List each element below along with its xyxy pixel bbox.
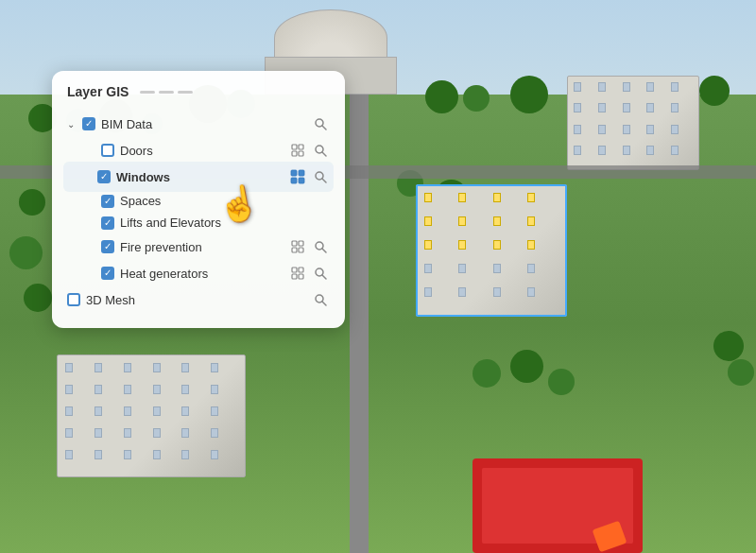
layer-item-doors[interactable]: Doors: [67, 137, 330, 164]
panel-dots: [140, 91, 193, 94]
layer-item-mesh[interactable]: 3D Mesh: [67, 286, 330, 313]
svg-rect-23: [299, 274, 303, 279]
dot-2: [159, 91, 174, 94]
layer-label-fire: Fire prevention: [120, 240, 283, 254]
tree: [699, 76, 730, 106]
tree: [713, 331, 744, 361]
chevron-icon: ⌄: [67, 119, 75, 130]
svg-line-25: [322, 275, 326, 279]
layer-icons-fire: [288, 237, 330, 256]
layer-label-bim-data: BIM Data: [101, 117, 305, 131]
svg-rect-22: [292, 274, 297, 279]
road-vertical: [350, 95, 369, 553]
tree: [425, 80, 458, 113]
layer-label-windows: Windows: [116, 170, 283, 184]
checkbox-windows[interactable]: ✓: [97, 170, 111, 183]
tree: [19, 189, 45, 216]
checkbox-bim-data[interactable]: ✓: [82, 117, 95, 130]
checkbox-doors[interactable]: [101, 144, 114, 157]
building-left: [57, 354, 246, 477]
layer-icons-doors: [288, 141, 330, 160]
search-icon[interactable]: [311, 237, 330, 256]
layer-label-heat: Heat generators: [120, 267, 283, 281]
tree: [510, 76, 548, 113]
tree: [9, 236, 43, 269]
tree: [548, 369, 575, 395]
svg-line-27: [322, 302, 326, 305]
grid-icon[interactable]: [288, 167, 307, 186]
layer-label-spaces: Spaces: [120, 194, 330, 208]
grid-icon[interactable]: [288, 264, 307, 283]
checkbox-mesh[interactable]: [67, 293, 80, 306]
tree: [24, 284, 52, 312]
layer-icons-bim-data: [311, 114, 330, 133]
svg-rect-8: [291, 170, 297, 176]
dot-3: [178, 91, 193, 94]
panel-title: Layer GIS: [67, 84, 129, 99]
svg-rect-16: [292, 248, 297, 252]
grid-icon[interactable]: [288, 141, 307, 160]
svg-line-13: [322, 179, 326, 182]
svg-rect-21: [299, 268, 303, 272]
search-icon[interactable]: [311, 290, 330, 309]
tree: [728, 359, 754, 386]
tree: [472, 359, 501, 388]
search-icon[interactable]: [311, 167, 330, 186]
search-icon[interactable]: [311, 114, 330, 133]
layer-item-lifts[interactable]: ✓ Lifts and Elevators: [67, 212, 330, 233]
search-icon[interactable]: [311, 264, 330, 283]
svg-line-1: [322, 126, 326, 130]
svg-line-7: [322, 152, 326, 156]
checkbox-spaces[interactable]: ✓: [101, 195, 114, 208]
dot-1: [140, 91, 155, 94]
checkbox-lifts[interactable]: ✓: [101, 216, 114, 230]
svg-rect-14: [292, 241, 297, 246]
svg-rect-11: [299, 178, 304, 183]
svg-rect-10: [291, 178, 297, 183]
checkbox-heat[interactable]: ✓: [101, 267, 114, 280]
svg-rect-2: [292, 145, 297, 149]
svg-rect-3: [299, 145, 303, 149]
svg-rect-4: [292, 151, 297, 156]
layer-icons-windows: [288, 167, 330, 186]
layer-label-mesh: 3D Mesh: [86, 293, 305, 307]
svg-rect-5: [299, 151, 303, 156]
panel-header: Layer GIS: [67, 84, 330, 99]
svg-rect-20: [292, 268, 297, 272]
layer-item-bim-data[interactable]: ⌄ ✓ BIM Data: [67, 111, 330, 137]
svg-rect-15: [299, 241, 303, 246]
search-icon[interactable]: [311, 141, 330, 160]
layer-label-lifts: Lifts and Elevators: [120, 216, 330, 230]
checkbox-fire[interactable]: ✓: [101, 240, 114, 253]
layer-icons-mesh: [311, 290, 330, 309]
layer-item-windows[interactable]: ✓ Windows: [63, 162, 334, 192]
layer-item-spaces[interactable]: ✓ Spaces: [67, 190, 330, 212]
playground: [472, 458, 643, 553]
svg-line-19: [322, 249, 326, 252]
layer-label-doors: Doors: [120, 144, 283, 158]
layer-panel: Layer GIS ⌄ ✓ BIM Data Doors: [52, 71, 345, 328]
svg-rect-9: [299, 170, 304, 176]
layer-item-fire[interactable]: ✓ Fire prevention: [67, 233, 330, 260]
building-right: [567, 76, 699, 170]
building-center: [416, 184, 567, 317]
tree: [463, 85, 490, 112]
layer-item-heat[interactable]: ✓ Heat generators: [67, 260, 330, 286]
svg-rect-17: [299, 248, 303, 252]
grid-icon[interactable]: [288, 237, 307, 256]
layer-icons-heat: [288, 264, 330, 283]
tree: [510, 350, 543, 383]
